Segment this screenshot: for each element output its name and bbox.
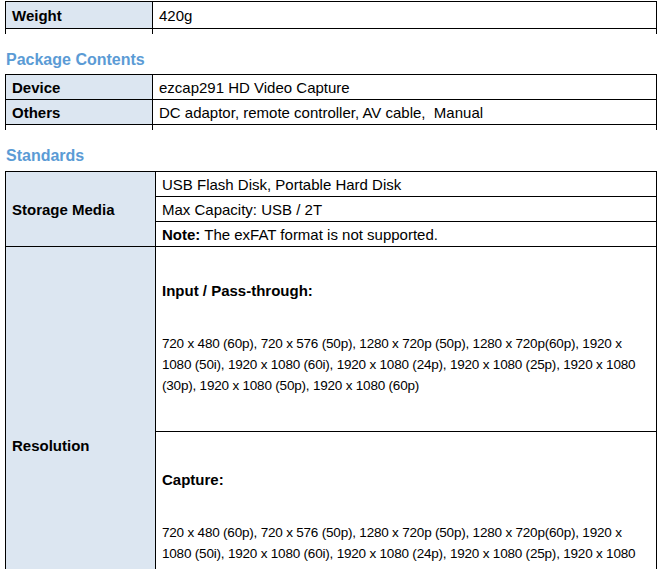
spec-label-cell: Resolution [6, 247, 156, 569]
table-row: Storage Media USB Flash Disk, Portable H… [6, 172, 657, 197]
spec-note-cell: Note: The exFAT format is not supported. [156, 222, 657, 247]
resolution-capture-title: Capture: [162, 471, 650, 488]
resolution-input-cell: Input / Pass-through: 720 x 480 (60p), 7… [156, 247, 657, 432]
section-heading-standards: Standards [6, 147, 84, 165]
resolution-input-title: Input / Pass-through: [162, 282, 650, 299]
spec-value-cell: 420g [153, 2, 657, 29]
spec-value-cell: Max Capacity: USB / 2T [156, 197, 657, 222]
note-label: Note: [162, 226, 200, 243]
resolution-input-list: 720 x 480 (60p), 720 x 576 (50p), 1280 x… [162, 333, 650, 396]
spec-value-cell: ezcap291 HD Video Capture [153, 75, 657, 100]
spec-sheet-page: Weight 420g Package Contents Device ezca… [0, 0, 664, 569]
section-heading-package-contents: Package Contents [6, 51, 145, 69]
table-row: Resolution Input / Pass-through: 720 x 4… [6, 247, 657, 432]
spec-value-cell: DC adaptor, remote controller, AV cable,… [153, 100, 657, 125]
resolution-capture-list: 720 x 480 (60p), 720 x 576 (50p), 1280 x… [162, 522, 650, 569]
resolution-capture-cell: Capture: 720 x 480 (60p), 720 x 576 (50p… [156, 432, 657, 569]
cropped-row-stub [5, 29, 657, 34]
note-text: The exFAT format is not supported. [200, 226, 438, 243]
spec-label-cell: Others [6, 100, 153, 125]
spec-label-cell: Weight [6, 2, 153, 29]
general-spec-table: Weight 420g [5, 1, 657, 29]
standards-table: Storage Media USB Flash Disk, Portable H… [5, 171, 657, 569]
cropped-row-stub [5, 125, 657, 130]
table-row: Device ezcap291 HD Video Capture [6, 75, 657, 100]
table-row: Others DC adaptor, remote controller, AV… [6, 100, 657, 125]
package-contents-table: Device ezcap291 HD Video Capture Others … [5, 74, 657, 125]
table-row: Weight 420g [6, 2, 657, 29]
spec-value-cell: USB Flash Disk, Portable Hard Disk [156, 172, 657, 197]
spec-label-cell: Storage Media [6, 172, 156, 247]
spec-label-cell: Device [6, 75, 153, 100]
